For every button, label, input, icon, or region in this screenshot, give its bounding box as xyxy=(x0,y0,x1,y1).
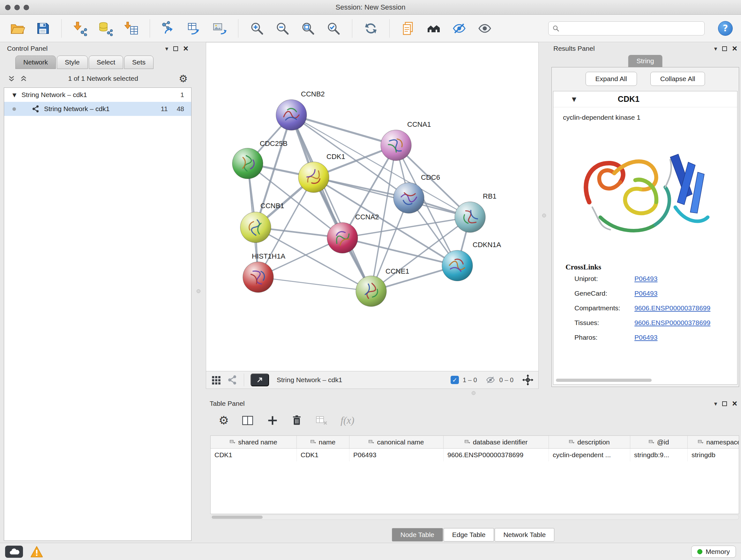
pharos-link[interactable]: P06493 xyxy=(634,334,657,341)
tissues-link[interactable]: 9606.ENSP00000378699 xyxy=(634,319,711,327)
network-edge-CDK1-RB1[interactable] xyxy=(314,177,470,217)
import-network-file-button[interactable] xyxy=(71,19,89,37)
birds-eye-home-button[interactable] xyxy=(425,19,443,37)
close-panel-icon[interactable]: × xyxy=(183,44,188,53)
close-window-button[interactable] xyxy=(5,5,10,10)
column-header-description[interactable]: description xyxy=(549,436,630,448)
show-columns-button[interactable] xyxy=(241,414,254,427)
network-node-CCNB2[interactable]: CCNB2 xyxy=(276,90,325,130)
copy-document-button[interactable] xyxy=(399,19,417,37)
tab-network[interactable]: Network xyxy=(15,56,56,69)
uniprot-link[interactable]: P06493 xyxy=(634,275,657,283)
delete-column-button[interactable] xyxy=(291,415,303,427)
network-from-table-button[interactable] xyxy=(185,19,203,37)
network-node-CDC25B[interactable]: CDC25B xyxy=(232,139,287,179)
clone-network-button[interactable] xyxy=(159,19,178,37)
hidden-eye-slash-icon[interactable] xyxy=(485,375,495,385)
cell-database-identifier[interactable]: 9606.ENSP00000378699 xyxy=(444,449,549,461)
collapse-all-icon[interactable] xyxy=(8,75,15,82)
network-node-CDKN1A[interactable]: CDKN1A xyxy=(442,241,501,281)
column-header-database-identifier[interactable]: database identifier xyxy=(444,436,549,448)
network-edge-HIST1H1A-CCNE1[interactable] xyxy=(258,277,371,291)
network-collection-row[interactable]: ▼ String Network – cdk1 1 xyxy=(4,88,191,102)
gear-icon[interactable]: ⚙ xyxy=(179,74,188,84)
vertical-splitter-handle[interactable] xyxy=(542,213,546,217)
network-canvas[interactable]: CCNB2CCNA1CDC25BCDK1CDC6RB1CCNB1CCNA2CDK… xyxy=(206,43,538,371)
cloud-status-button[interactable] xyxy=(5,546,23,558)
help-button[interactable]: ? xyxy=(718,21,733,36)
table-settings-button[interactable]: ⚙ xyxy=(219,415,229,426)
cell-shared-name[interactable]: CDK1 xyxy=(211,449,297,461)
minimize-window-button[interactable] xyxy=(14,5,20,10)
genecard-link[interactable]: P06493 xyxy=(634,290,657,297)
export-image-button[interactable] xyxy=(211,19,228,37)
delete-table-button-disabled[interactable] xyxy=(315,414,328,427)
cell-name[interactable]: CDK1 xyxy=(297,449,349,461)
zoom-fit-button[interactable] xyxy=(299,19,317,37)
float-panel-icon[interactable] xyxy=(722,401,727,406)
add-column-button[interactable] xyxy=(266,415,279,427)
float-panel-icon[interactable] xyxy=(722,46,727,51)
cell-description[interactable]: cyclin-dependent ... xyxy=(549,449,630,461)
network-node-CCNB1[interactable]: CCNB1 xyxy=(240,202,284,243)
save-session-button[interactable] xyxy=(34,19,52,37)
zoom-out-button[interactable] xyxy=(273,19,291,37)
search-input[interactable] xyxy=(562,24,700,32)
expand-all-button[interactable]: Expand All xyxy=(586,72,637,86)
network-node-CDK1[interactable]: CDK1 xyxy=(298,152,345,192)
column-header-canonical-name[interactable]: canonical name xyxy=(349,436,444,448)
gene-section-header[interactable]: ▼ CDK1 xyxy=(553,91,737,107)
collapse-panel-icon[interactable]: ▾ xyxy=(714,401,718,407)
scrollbar-thumb[interactable] xyxy=(212,516,263,519)
network-edge-CCNB2-CCNE1[interactable] xyxy=(291,115,371,291)
move-crosshair-icon[interactable] xyxy=(522,374,534,386)
collapse-panel-icon[interactable]: ▾ xyxy=(714,46,718,52)
warning-icon[interactable] xyxy=(30,545,44,558)
open-in-new-button[interactable] xyxy=(251,374,269,386)
vertical-splitter-handle[interactable] xyxy=(197,289,200,293)
network-row-selected[interactable]: String Network – cdk1 11 48 xyxy=(4,102,191,116)
float-panel-icon[interactable] xyxy=(173,46,178,51)
hide-details-button[interactable] xyxy=(450,19,468,37)
refresh-view-button[interactable] xyxy=(362,19,380,37)
close-panel-icon[interactable]: × xyxy=(732,44,737,53)
network-node-CCNE1[interactable]: CCNE1 xyxy=(356,267,409,307)
selected-checkbox-icon[interactable]: ✓ xyxy=(451,376,459,384)
cell-canonical-name[interactable]: P06493 xyxy=(349,449,444,461)
network-node-CCNA1[interactable]: CCNA1 xyxy=(381,120,431,161)
table-row[interactable]: CDK1 CDK1 P06493 9606.ENSP00000378699 cy… xyxy=(211,449,739,461)
tab-network-table[interactable]: Network Table xyxy=(495,528,554,542)
network-node-HIST1H1A[interactable]: HIST1H1A xyxy=(243,252,285,293)
zoom-selected-button[interactable] xyxy=(325,19,342,37)
tab-edge-table[interactable]: Edge Table xyxy=(444,528,494,542)
network-type-button[interactable] xyxy=(226,374,238,385)
collapse-panel-icon[interactable]: ▾ xyxy=(165,46,169,52)
horizontal-splitter-handle[interactable] xyxy=(472,391,475,395)
open-session-button[interactable] xyxy=(8,19,26,37)
tab-sets[interactable]: Sets xyxy=(124,56,153,69)
import-table-file-button[interactable] xyxy=(122,19,140,37)
results-horizontal-scrollbar[interactable] xyxy=(556,379,652,382)
column-header-name[interactable]: name xyxy=(297,436,349,448)
compartments-link[interactable]: 9606.ENSP00000378699 xyxy=(634,304,711,312)
table-horizontal-scrollbar[interactable] xyxy=(210,515,739,520)
function-builder-button[interactable]: f(x) xyxy=(340,415,354,426)
tree-expand-icon[interactable]: ▼ xyxy=(12,92,16,98)
collapse-all-button[interactable]: Collapse All xyxy=(650,72,705,86)
memory-button[interactable]: Memory xyxy=(691,546,736,558)
maximize-window-button[interactable] xyxy=(23,5,29,10)
zoom-in-button[interactable] xyxy=(248,19,266,37)
tab-node-table[interactable]: Node Table xyxy=(392,528,443,542)
close-panel-icon[interactable]: × xyxy=(732,399,737,408)
column-header-id[interactable]: @id xyxy=(630,436,688,448)
cell-namespace[interactable]: stringdb xyxy=(688,449,739,461)
cell-id[interactable]: stringdb:9... xyxy=(630,449,688,461)
network-node-RB1[interactable]: RB1 xyxy=(455,192,496,233)
column-header-namespace[interactable]: namespace xyxy=(688,436,739,448)
import-network-database-button[interactable] xyxy=(97,19,115,37)
section-expand-icon[interactable]: ▼ xyxy=(572,96,576,103)
show-details-button[interactable] xyxy=(476,19,494,37)
expand-all-icon[interactable] xyxy=(20,75,27,82)
birds-eye-grid-button[interactable] xyxy=(211,374,222,386)
tab-string[interactable]: String xyxy=(628,55,663,67)
